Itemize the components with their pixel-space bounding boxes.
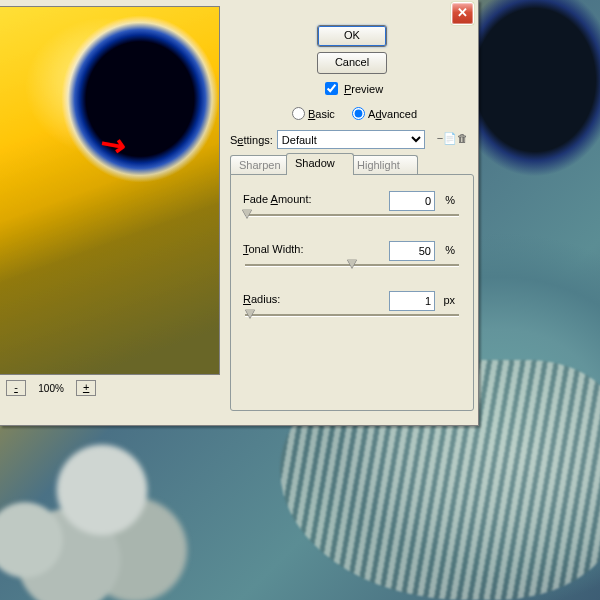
radius-unit: px — [443, 294, 455, 306]
mode-row: Basic Advanced — [230, 104, 474, 120]
cancel-button[interactable]: Cancel — [317, 52, 387, 74]
shadow-panel: Fade Amount: % Tonal Width: % Radius: px — [230, 174, 474, 411]
slider-thumb[interactable] — [347, 259, 357, 268]
fade-amount-unit: % — [445, 194, 455, 206]
tonal-width-unit: % — [445, 244, 455, 256]
basic-label: Basic — [308, 108, 335, 120]
smart-sharpen-dialog: ✕ ↘ - 100% + OK Cancel Preview Basic Adv… — [0, 0, 479, 426]
radius-input[interactable] — [389, 291, 435, 311]
tab-highlight[interactable]: Highlight — [348, 155, 418, 175]
tab-sharpen[interactable]: Sharpen — [230, 155, 290, 175]
fade-amount-slider[interactable] — [245, 209, 459, 221]
tab-strip: Sharpen Shadow Highlight — [230, 153, 474, 175]
zoom-percent: 100% — [29, 383, 73, 396]
fade-amount-field: Fade Amount: % — [243, 193, 461, 221]
slider-thumb[interactable] — [245, 309, 255, 318]
delete-preset-icon[interactable]: 🗑 — [457, 132, 473, 148]
tonal-width-slider[interactable] — [245, 259, 459, 271]
preview-image — [0, 7, 219, 374]
preview-pane[interactable]: ↘ — [0, 6, 220, 375]
tonal-width-field: Tonal Width: % — [243, 243, 461, 271]
zoom-in-button[interactable]: + — [76, 380, 96, 396]
radius-label: Radius: — [243, 293, 333, 305]
advanced-label: Advanced — [368, 108, 417, 120]
preview-label: Preview — [344, 83, 383, 95]
save-preset-icon[interactable]: −📄 — [437, 132, 453, 148]
ok-button[interactable]: OK — [317, 25, 387, 47]
tonal-width-label: Tonal Width: — [243, 243, 333, 255]
preview-checkbox[interactable] — [325, 82, 338, 95]
settings-select[interactable]: Default — [277, 130, 425, 149]
tab-shadow[interactable]: Shadow — [286, 153, 354, 175]
basic-radio[interactable] — [292, 107, 305, 120]
radius-field: Radius: px — [243, 293, 461, 321]
slider-thumb[interactable] — [242, 209, 252, 218]
zoom-controls: - 100% + — [0, 380, 116, 396]
radius-slider[interactable] — [245, 309, 459, 321]
settings-label: Settings: — [230, 134, 273, 146]
advanced-radio[interactable] — [352, 107, 365, 120]
fade-amount-label: Fade Amount: — [243, 193, 333, 205]
close-button[interactable]: ✕ — [451, 2, 474, 25]
zoom-out-button[interactable]: - — [6, 380, 26, 396]
tonal-width-input[interactable] — [389, 241, 435, 261]
fade-amount-input[interactable] — [389, 191, 435, 211]
